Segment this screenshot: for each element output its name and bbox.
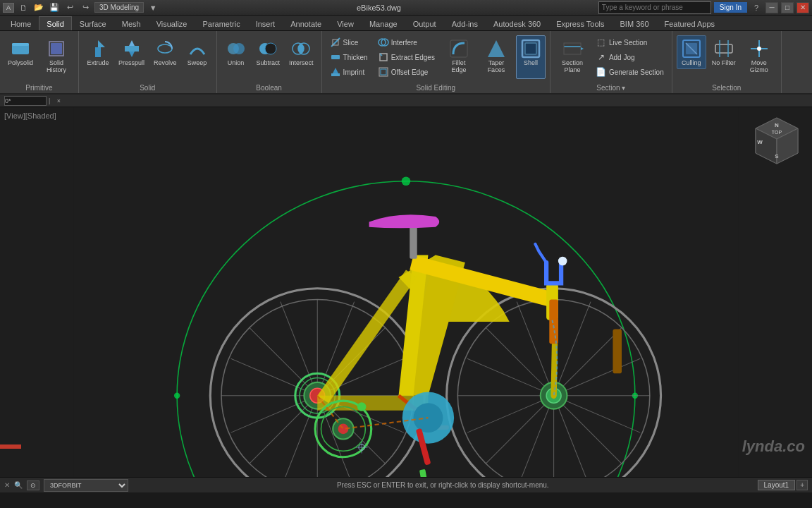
tab-visualize[interactable]: Visualize (149, 16, 195, 30)
undo-btn[interactable]: ↩ (63, 1, 76, 14)
new-btn[interactable]: 🗋 (17, 1, 30, 14)
3d-model-canvas (0, 107, 812, 477)
btn-sweep[interactable]: Sweep (183, 35, 212, 69)
btn-generate-section[interactable]: 📄 Generate Section (592, 65, 668, 79)
btn-subtract-label: Subtract (257, 60, 281, 67)
layout-tabs: Layout1 + (758, 480, 808, 490)
btn-fillet-edge[interactable]: Fillet Edge (441, 35, 476, 79)
save-btn[interactable]: 💾 (48, 1, 61, 14)
group-label-primitive: Primitive (25, 84, 52, 93)
mode-selector[interactable]: 3DFORBIT 3DORBIT PAN ZOOM (44, 479, 128, 492)
btn-interfere-label: Interfere (391, 39, 417, 47)
ribbon-group-solid-editing: Slice Thicken Imprint (322, 31, 550, 93)
coord-input[interactable] (4, 96, 47, 106)
layout1-tab[interactable]: Layout1 (758, 480, 796, 490)
svg-point-93 (558, 257, 567, 266)
tab-output[interactable]: Output (405, 16, 444, 30)
minimize-button[interactable]: ─ (765, 2, 778, 13)
svg-point-11 (233, 43, 245, 54)
help-btn[interactable]: ? (750, 1, 763, 14)
btn-move-gizmo[interactable]: Move Gizmo (742, 35, 777, 76)
tab-autodesk360[interactable]: Autodesk 360 (486, 16, 548, 30)
btn-section-plane-label: Section Plane (558, 60, 586, 74)
btn-taper-faces[interactable]: Taper Faces (479, 35, 514, 79)
tab-bim360[interactable]: BIM 360 (613, 16, 657, 30)
slice-icon (330, 37, 341, 48)
btn-sweep-label: Sweep (187, 60, 207, 67)
btn-extrude[interactable]: Extrude (83, 35, 113, 69)
svg-rect-95 (613, 329, 622, 373)
workspace-arrow[interactable]: ▼ (147, 1, 159, 14)
orbit-icon[interactable]: ⊙ (27, 480, 39, 490)
cmd-icon[interactable]: × (52, 95, 65, 107)
navigation-cube[interactable]: N W TOP S (749, 114, 805, 171)
tab-surface[interactable]: Surface (72, 16, 114, 30)
btn-add-jog[interactable]: ↗ Add Jog (592, 50, 668, 64)
ribbon-group-section: Section Plane ⬚ Live Section ↗ Add Jog 📄… (550, 31, 672, 93)
tab-manage[interactable]: Manage (362, 16, 405, 30)
maximize-button[interactable]: □ (781, 2, 794, 13)
btn-live-section[interactable]: ⬚ Live Section (592, 35, 668, 49)
tab-view[interactable]: View (329, 16, 362, 30)
group-label-solid: Solid (140, 84, 155, 93)
btn-presspull[interactable]: Presspull (115, 35, 148, 69)
btn-fillet-edge-label: Fillet Edge (445, 60, 473, 74)
btn-extract-edges[interactable]: Extract Edges (374, 50, 438, 64)
tab-insert[interactable]: Insert (248, 16, 283, 30)
btn-revolve[interactable]: Revolve (150, 35, 180, 69)
btn-offset-edge[interactable]: Offset Edge (374, 65, 438, 79)
tab-home[interactable]: Home (3, 16, 39, 30)
btn-taper-faces-label: Taper Faces (482, 60, 510, 74)
status-bar: ✕ 🔍 ⊙ 3DFORBIT 3DORBIT PAN ZOOM Press ES… (0, 477, 812, 492)
btn-imprint[interactable]: Imprint (326, 65, 371, 79)
tab-annotate[interactable]: Annotate (283, 16, 329, 30)
red-indicator (0, 445, 21, 449)
btn-slice[interactable]: Slice (326, 35, 371, 49)
btn-subtract[interactable]: Subtract (253, 35, 284, 69)
tab-express[interactable]: Express Tools (548, 16, 612, 30)
svg-text:W: W (757, 139, 763, 145)
revolve-icon (154, 37, 176, 60)
btn-add-jog-label: Add Jog (609, 54, 635, 61)
ribbon-group-selection: Culling No Filter Move Gizmo Selection (672, 31, 782, 93)
btn-intersect[interactable]: Intersect (285, 35, 317, 69)
sweep-icon (186, 37, 209, 60)
btn-extrude-label: Extrude (87, 60, 109, 67)
svg-rect-32 (564, 43, 581, 54)
btn-move-gizmo-label: Move Gizmo (745, 60, 773, 74)
open-btn[interactable]: 📂 (32, 1, 45, 14)
close-button[interactable]: ✕ (796, 2, 809, 13)
tab-featured[interactable]: Featured Apps (657, 16, 723, 30)
group-label-boolean: Boolean (256, 84, 282, 93)
btn-live-section-label: Live Section (609, 39, 647, 47)
btn-extract-edges-label: Extract Edges (391, 54, 435, 61)
btn-no-filter[interactable]: No Filter (708, 35, 739, 69)
tab-addins[interactable]: Add-ins (444, 16, 486, 30)
btn-culling[interactable]: Culling (677, 35, 706, 69)
btn-interfere[interactable]: Interfere (374, 35, 438, 49)
ribbon-panel: Polysolid Solid History Primitive Extr (0, 31, 812, 95)
workspace-dropdown[interactable]: 3D Modeling (94, 2, 144, 13)
tab-parametric[interactable]: Parametric (195, 16, 247, 30)
tab-solid[interactable]: Solid (39, 16, 71, 30)
taper-faces-icon (485, 37, 508, 60)
btn-union[interactable]: Union (221, 35, 251, 69)
btn-thicken[interactable]: Thicken (326, 50, 371, 64)
polysolid-icon (9, 37, 32, 60)
btn-generate-section-label: Generate Section (609, 68, 664, 76)
svg-point-9 (158, 44, 172, 53)
app-icon[interactable]: A (3, 3, 14, 13)
btn-solid-history[interactable]: Solid History (39, 35, 74, 76)
search-input[interactable] (598, 1, 711, 14)
redo-btn[interactable]: ↪ (79, 1, 92, 14)
add-layout-btn[interactable]: + (796, 480, 808, 490)
viewport[interactable]: [View][Shaded] (0, 107, 812, 477)
sign-in-button[interactable]: Sign In (714, 2, 747, 13)
btn-section-plane[interactable]: Section Plane (555, 35, 590, 76)
svg-marker-8 (129, 52, 135, 57)
svg-rect-3 (51, 43, 62, 54)
btn-shell[interactable]: Shell (516, 35, 546, 79)
btn-polysolid[interactable]: Polysolid (4, 35, 37, 69)
tab-mesh[interactable]: Mesh (114, 16, 149, 30)
group-label-section: Section ▾ (596, 84, 625, 93)
